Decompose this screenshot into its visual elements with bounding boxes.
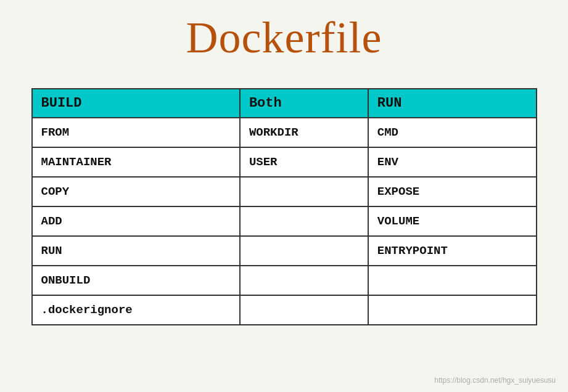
cell-run-7 (368, 295, 537, 325)
cell-build-2: MAINTAINER (32, 147, 240, 177)
cell-run-2: ENV (368, 147, 537, 177)
table-row: .dockerignore (32, 295, 537, 325)
table-header: BUILD Both RUN (32, 89, 537, 118)
table-row: ONBUILD (32, 266, 537, 295)
dockerfile-table-wrapper: BUILD Both RUN FROM WORKDIR CMD MAINTAIN… (31, 88, 537, 325)
page-title: Dockerfile (186, 12, 382, 63)
cell-run-6 (368, 266, 537, 295)
cell-both-7 (240, 295, 368, 325)
table-row: RUN ENTRYPOINT (32, 236, 537, 266)
watermark: https://blog.csdn.net/hgx_suiyuesusu (434, 376, 556, 385)
cell-build-4: ADD (32, 206, 240, 236)
cell-run-3: EXPOSE (368, 177, 537, 206)
cell-run-1: CMD (368, 118, 537, 147)
cell-build-1: FROM (32, 118, 240, 147)
cell-run-4: VOLUME (368, 206, 537, 236)
cell-build-6: ONBUILD (32, 266, 240, 295)
cell-build-3: COPY (32, 177, 240, 206)
cell-run-5: ENTRYPOINT (368, 236, 537, 266)
cell-build-7: .dockerignore (32, 295, 240, 325)
cell-build-5: RUN (32, 236, 240, 266)
header-row: BUILD Both RUN (32, 89, 537, 118)
header-build: BUILD (32, 89, 240, 118)
cell-both-3 (240, 177, 368, 206)
table-row: MAINTAINER USER ENV (32, 147, 537, 177)
cell-both-6 (240, 266, 368, 295)
cell-both-4 (240, 206, 368, 236)
table-body: FROM WORKDIR CMD MAINTAINER USER ENV COP… (32, 118, 537, 325)
dockerfile-table: BUILD Both RUN FROM WORKDIR CMD MAINTAIN… (31, 88, 537, 325)
header-both: Both (240, 89, 368, 118)
header-run: RUN (368, 89, 537, 118)
table-row: ADD VOLUME (32, 206, 537, 236)
table-row: COPY EXPOSE (32, 177, 537, 206)
cell-both-1: WORKDIR (240, 118, 368, 147)
cell-both-5 (240, 236, 368, 266)
cell-both-2: USER (240, 147, 368, 177)
table-row: FROM WORKDIR CMD (32, 118, 537, 147)
